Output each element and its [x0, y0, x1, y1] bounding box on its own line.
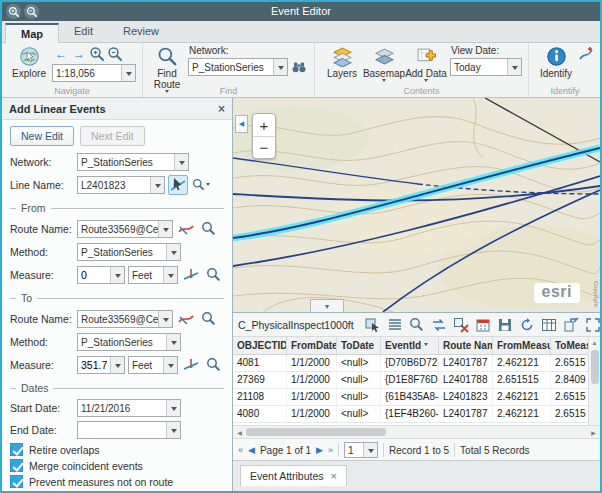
table-header-row: OBJECTID FromDate ToDate EventId Route N…	[233, 337, 588, 355]
chevron-down-icon	[158, 311, 172, 327]
select-options-icon[interactable]	[365, 316, 382, 333]
tab-map[interactable]: Map	[5, 23, 59, 43]
identify-icon	[546, 46, 567, 67]
zoom-in-tool-button[interactable]	[88, 45, 106, 62]
new-edit-button[interactable]: New Edit	[10, 126, 74, 146]
view-date-select[interactable]: Today	[450, 58, 522, 76]
column-header[interactable]: ToDate	[337, 337, 381, 354]
from-section-header: From	[10, 202, 224, 214]
column-header[interactable]: OBJECTID	[233, 337, 287, 354]
to-pick-measure-icon[interactable]	[181, 355, 201, 375]
binoculars-icon[interactable]	[290, 59, 308, 76]
merge-coincident-checkbox[interactable]	[10, 459, 23, 472]
next-extent-button[interactable]: →	[70, 45, 88, 62]
map-scale-select[interactable]: 1:18,056	[52, 64, 136, 82]
collapse-panel-button[interactable]: ◀	[235, 115, 248, 133]
network-field-label: Network:	[10, 156, 74, 168]
from-measure-value[interactable]	[78, 267, 110, 283]
next-page-button[interactable]: ▶	[316, 445, 323, 455]
from-method-select[interactable]: P_StationSeries	[77, 243, 181, 261]
find-route-magnifier-icon	[157, 46, 178, 67]
page-select[interactable]: 1	[344, 442, 378, 458]
column-header[interactable]: Route Name	[439, 337, 493, 354]
maximize-icon[interactable]	[585, 316, 602, 333]
to-unit-select[interactable]: Feet	[128, 356, 178, 374]
column-header[interactable]: ToMeasure	[551, 337, 588, 354]
column-header[interactable]: EventId	[381, 337, 439, 354]
last-page-button[interactable]: »	[328, 445, 333, 455]
previous-extent-button[interactable]: ←	[52, 45, 70, 62]
column-header[interactable]: FromDate	[287, 337, 337, 354]
start-date-picker[interactable]: 11/21/2016	[77, 399, 181, 417]
zoom-out-tool-button[interactable]	[106, 45, 124, 62]
titlebar-zoom-in-button[interactable]	[6, 4, 21, 19]
identify-button[interactable]: Identify	[535, 45, 577, 79]
switch-selection-icon[interactable]	[431, 316, 448, 333]
map-canvas[interactable]	[233, 98, 600, 312]
to-method-select[interactable]: P_StationSeries	[77, 333, 181, 351]
from-pick-measure-icon[interactable]	[181, 265, 201, 285]
scroll-right-icon[interactable]: ▶	[587, 426, 600, 438]
scroll-left-icon[interactable]: ◀	[233, 426, 246, 438]
table-horizontal-scrollbar[interactable]: ◀ ▶	[233, 425, 600, 438]
scroll-up-icon[interactable]: ▲	[592, 337, 598, 348]
end-date-picker[interactable]	[77, 421, 181, 439]
first-page-button[interactable]: «	[238, 445, 243, 455]
event-attributes-label: Event Attributes	[250, 470, 324, 482]
merge-coincident-label: Merge coincident events	[29, 460, 143, 472]
ribbon-network-select[interactable]: P_StationSeries	[188, 58, 288, 76]
select-line-on-map-button[interactable]	[168, 175, 188, 195]
to-zoom-route-icon[interactable]	[199, 309, 219, 329]
map-zoom-out-button[interactable]: −	[253, 136, 275, 158]
to-measure-value[interactable]	[78, 357, 110, 373]
collapse-table-button[interactable]: ▼	[310, 299, 344, 312]
from-zoom-route-icon[interactable]	[199, 219, 219, 239]
table-row[interactable]: 211081/1/2000<null>{61B435A8-3L24018232.…	[233, 389, 588, 406]
to-pick-route-icon[interactable]	[176, 309, 196, 329]
layers-button[interactable]: Layers	[321, 45, 363, 79]
date-filter-icon[interactable]	[475, 316, 492, 333]
prevent-measures-checkbox[interactable]	[10, 475, 23, 488]
dates-section-header: Dates	[10, 382, 224, 394]
export-icon[interactable]	[563, 316, 580, 333]
add-data-button[interactable]: Add Data	[405, 45, 447, 84]
field-visibility-icon[interactable]	[541, 316, 558, 333]
clear-selection-icon[interactable]	[453, 316, 470, 333]
tab-close-icon[interactable]: ×	[331, 470, 337, 482]
identify-route-icon[interactable]	[577, 45, 595, 62]
from-measure-input[interactable]	[77, 266, 125, 284]
basemap-button[interactable]: Basemap	[363, 45, 405, 84]
from-unit-select[interactable]: Feet	[128, 266, 178, 284]
to-route-select[interactable]: Route33569@Centb	[77, 310, 173, 328]
tab-review[interactable]: Review	[108, 22, 174, 42]
zoom-to-selection-icon[interactable]	[409, 316, 426, 333]
show-selected-records-icon[interactable]	[387, 316, 404, 333]
previous-page-button[interactable]: ◀	[248, 445, 255, 455]
table-vertical-scrollbar[interactable]: ▲	[588, 337, 600, 425]
tab-event-attributes[interactable]: Event Attributes ×	[240, 465, 347, 486]
map-zoom-in-button[interactable]: +	[253, 114, 275, 136]
from-pick-route-icon[interactable]	[176, 219, 196, 239]
save-icon[interactable]	[497, 316, 514, 333]
table-row[interactable]: 40801/1/2000<null>{1EF4B260-FL24017872.4…	[233, 406, 588, 423]
from-route-select[interactable]: Route33569@Centb	[77, 220, 173, 238]
from-zoom-measure-icon[interactable]	[204, 265, 224, 285]
tab-edit[interactable]: Edit	[59, 22, 108, 42]
horizontal-scroll-thumb[interactable]	[246, 428, 386, 436]
zoom-to-line-button[interactable]	[191, 175, 211, 195]
column-header[interactable]: FromMeasure	[493, 337, 551, 354]
titlebar-zoom-out-button[interactable]	[24, 4, 39, 19]
table-row[interactable]: 40811/1/2000<null>{D70B6D72-3L24017872.4…	[233, 355, 588, 372]
titlebar: Event Editor	[2, 2, 600, 21]
to-measure-input[interactable]	[77, 356, 125, 374]
vertical-scroll-thumb[interactable]	[591, 350, 599, 384]
panel-close-icon[interactable]: ×	[218, 103, 225, 115]
to-zoom-measure-icon[interactable]	[204, 355, 224, 375]
explore-button[interactable]: Explore	[8, 45, 50, 79]
network-select[interactable]: P_StationSeries	[77, 153, 189, 171]
table-row[interactable]: 273691/1/2000<null>{D1E8F76D-FL24017882.…	[233, 372, 588, 389]
retire-overlaps-checkbox[interactable]	[10, 443, 23, 456]
line-name-select[interactable]: L2401823	[77, 176, 165, 194]
next-edit-button[interactable]: Next Edit	[80, 126, 145, 146]
refresh-icon[interactable]	[519, 316, 536, 333]
